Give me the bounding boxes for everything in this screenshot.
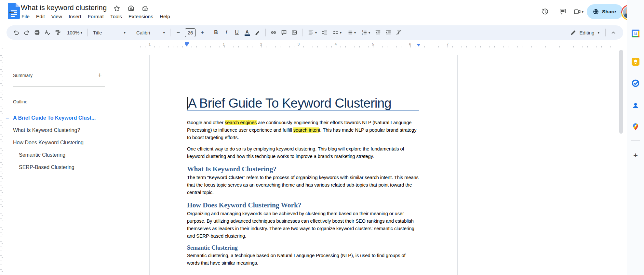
clear-formatting-button[interactable] (394, 27, 404, 38)
video-call-caret-icon: ▾ (582, 10, 584, 14)
menu-format[interactable]: Format (85, 13, 107, 20)
vertical-scrollbar[interactable] (619, 50, 623, 134)
outline-item-4[interactable]: Semantic Clustering (5, 150, 109, 161)
bullet-list-caret-icon: ▾ (354, 31, 356, 35)
highlight-color-button[interactable] (252, 27, 263, 38)
insert-link-button[interactable] (268, 27, 279, 38)
mode-caret-icon: ▾ (597, 31, 599, 35)
font-select[interactable]: Calibri ▾ (134, 27, 168, 38)
ruler-label: 7 (447, 42, 449, 46)
status-cloud-icon[interactable] (141, 4, 150, 13)
menu-file[interactable]: File (18, 13, 33, 20)
video-call-icon (573, 8, 582, 16)
ruler-label: 6 (409, 42, 411, 46)
line-spacing-button[interactable] (319, 27, 330, 38)
summary-label: Summary (13, 73, 33, 78)
underline-button[interactable]: U (232, 27, 242, 38)
summary-divider (13, 86, 105, 87)
document-page[interactable]: A Brief Guide To Keyword Clustering Goog… (150, 55, 457, 275)
bullet-list-button[interactable]: ▾ (344, 27, 358, 38)
doc-heading-3: Semantic Clustering (187, 244, 419, 252)
document-title-input[interactable]: What is keyword clustering (21, 4, 107, 12)
move-icon[interactable] (127, 4, 135, 13)
menu-extensions[interactable]: Extensions (125, 13, 156, 20)
left-indent-marker[interactable] (185, 42, 189, 46)
outline-item-1[interactable]: – A Brief Guide To Keyword Clust... (5, 112, 109, 124)
zoom-select[interactable]: 100% ▾ (64, 27, 85, 38)
bold-button[interactable]: B (211, 27, 221, 38)
add-comment-button[interactable] (279, 27, 289, 38)
doc-paragraph: Semantic clustering, a technique based o… (187, 252, 419, 267)
ruler-label: 3 (298, 42, 300, 46)
menu-help[interactable]: Help (156, 13, 173, 20)
editing-mode-select[interactable]: Editing ▾ (567, 27, 603, 38)
version-history-icon (541, 8, 549, 16)
right-indent-marker[interactable] (417, 44, 420, 46)
menu-tools[interactable]: Tools (107, 13, 125, 20)
contacts-icon[interactable] (631, 101, 640, 110)
font-size-decrease-button[interactable]: − (173, 27, 183, 38)
share-button[interactable]: Share (587, 4, 623, 19)
numbered-list-button[interactable]: 12 ▾ (358, 27, 373, 38)
font-caret-icon: ▾ (163, 31, 165, 35)
paragraph-style-select[interactable]: Title ▾ (90, 27, 128, 38)
calendar-icon[interactable]: 31 (631, 29, 640, 38)
svg-text:31: 31 (634, 32, 637, 36)
ruler-label: 5 (372, 42, 374, 46)
document-content: A Brief Guide To Keyword Clustering Goog… (150, 55, 457, 267)
horizontal-ruler: 1 1 2 3 4 5 6 7 (111, 42, 618, 48)
checklist-caret-icon: ▾ (340, 31, 342, 35)
indent-decrease-button[interactable] (373, 27, 383, 38)
indent-increase-icon (385, 29, 392, 36)
hide-menus-button[interactable] (608, 27, 619, 38)
video-call-button[interactable]: ▾ (573, 8, 584, 16)
insert-image-button[interactable] (289, 27, 300, 38)
side-panel-divider (631, 140, 640, 141)
menu-edit[interactable]: Edit (33, 13, 48, 20)
editing-mode-value: Editing (580, 30, 595, 35)
maps-icon[interactable] (631, 123, 640, 131)
highlighted-text: search inten (293, 127, 319, 133)
text-color-button[interactable]: A (242, 27, 252, 38)
doc-paragraph: Google and other search engines are cont… (187, 119, 419, 141)
comments-button[interactable] (556, 5, 570, 19)
paint-format-button[interactable] (53, 27, 63, 38)
align-button[interactable]: ▾ (305, 27, 319, 38)
svg-text:2: 2 (362, 33, 363, 35)
doc-title-heading: A Brief Guide To Keyword Clustering (187, 96, 419, 111)
doc-heading-1: What Is Keyword Clustering? (187, 164, 419, 174)
menu-insert[interactable]: Insert (65, 13, 85, 20)
comments-icon (559, 8, 567, 16)
indent-increase-button[interactable] (383, 27, 394, 38)
indent-decrease-icon (375, 29, 381, 36)
outline-item-5[interactable]: SERP-Based Clustering (5, 162, 109, 173)
collapse-icon (610, 30, 616, 35)
redo-button[interactable] (21, 27, 32, 38)
keep-icon[interactable] (631, 58, 640, 66)
ruler-label: 2 (260, 42, 262, 46)
font-size-increase-button[interactable]: + (197, 27, 208, 38)
add-summary-button[interactable]: + (95, 70, 105, 80)
doc-paragraph: The term "Keyword Cluster" refers to the… (187, 174, 419, 196)
print-button[interactable] (32, 27, 42, 38)
doc-paragraph: Organizing and managing keywords can be … (187, 210, 419, 240)
spellcheck-button[interactable] (42, 27, 53, 38)
numbered-list-caret-icon: ▾ (369, 31, 370, 35)
menu-view[interactable]: View (48, 13, 65, 20)
star-icon[interactable] (113, 4, 121, 13)
style-caret-icon: ▾ (124, 31, 126, 35)
tasks-icon[interactable] (631, 79, 640, 87)
ruler-label: 4 (335, 42, 337, 46)
font-value: Calibri (136, 30, 150, 35)
italic-button[interactable]: I (221, 27, 232, 38)
checklist-button[interactable]: ▾ (330, 27, 344, 38)
get-addons-button[interactable]: + (630, 150, 641, 161)
version-history-button[interactable] (538, 5, 552, 19)
font-size-input[interactable]: 26 (185, 28, 196, 37)
outline-item-2[interactable]: What Is Keyword Clustering? (5, 125, 109, 136)
close-outline-button[interactable]: ← (5, 5, 18, 18)
outline-item-3[interactable]: How Does Keyword Clustering ... (5, 137, 109, 148)
google-docs-window: What is keyword clustering File Edit Vie… (0, 0, 644, 275)
align-icon (308, 29, 314, 36)
undo-button[interactable] (11, 27, 21, 38)
